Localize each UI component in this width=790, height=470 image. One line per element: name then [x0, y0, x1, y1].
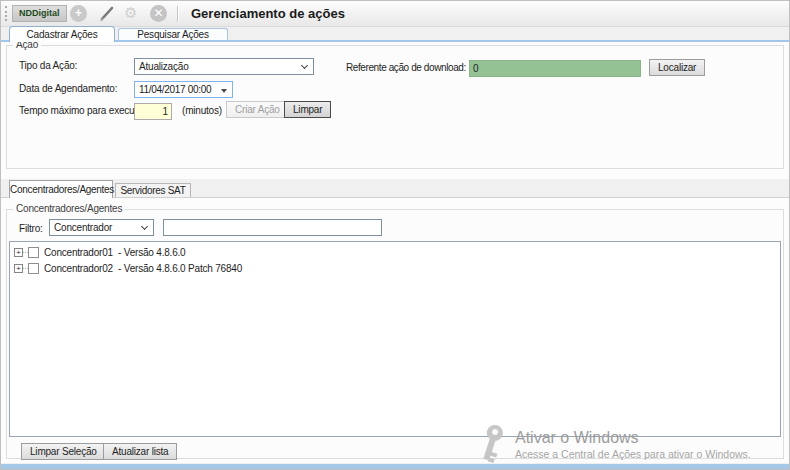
page-title: Gerenciamento de ações	[191, 6, 345, 21]
tree-item-checkbox[interactable]	[28, 247, 39, 258]
referente-field[interactable]	[469, 60, 641, 77]
brand-logo: NDDigital	[12, 5, 67, 22]
expand-icon[interactable]: +	[14, 264, 23, 273]
limpar-selecao-button[interactable]: Limpar Seleção	[21, 443, 106, 460]
concentradores-group-title: Concentradores/Agentes	[13, 203, 125, 214]
pencil-icon[interactable]	[98, 5, 116, 23]
watermark-title: Ativar o Windows	[515, 429, 639, 447]
data-agendamento-value: 11/04/2017 00:00	[139, 84, 211, 95]
tree-item-label[interactable]: Concentrador01 - Versão 4.8.6.0	[44, 247, 185, 258]
tab-servidores-sat[interactable]: Servidores SAT	[115, 183, 191, 197]
chevron-down-icon	[301, 62, 308, 69]
tipo-acao-select[interactable]: Atualização	[134, 58, 314, 75]
data-agendamento-label: Data de Agendamento:	[19, 83, 117, 94]
toolbar-grip[interactable]	[5, 6, 7, 21]
filtro-label: Filtro:	[19, 223, 43, 234]
tree-item-label[interactable]: Concentrador02 - Versão 4.8.6.0 Patch 76…	[44, 263, 242, 274]
tab-pesquisar-acoes[interactable]: Pesquisar Ações	[118, 28, 228, 40]
tree-item-checkbox[interactable]	[28, 263, 39, 274]
tipo-acao-value: Atualização	[139, 61, 189, 72]
tempo-maximo-label: Tempo máximo para execução:	[19, 105, 153, 116]
referente-label: Referente ação de download:	[346, 62, 466, 73]
limpar-button[interactable]: Limpar	[284, 101, 331, 118]
app-window: NDDigital + ⚙ ✕ Gerenciamento de ações C…	[0, 0, 790, 470]
toolbar: NDDigital + ⚙ ✕ Gerenciamento de ações	[1, 1, 789, 27]
agents-tree[interactable]: + Concentrador01 - Versão 4.8.6.0 + Conc…	[9, 241, 781, 437]
expand-icon[interactable]: +	[14, 248, 23, 257]
key-icon	[477, 424, 509, 466]
add-icon[interactable]: +	[70, 5, 87, 22]
data-agendamento-picker[interactable]: 11/04/2017 00:00	[134, 81, 233, 98]
chevron-down-icon	[141, 223, 148, 230]
dropdown-arrow-icon	[221, 89, 227, 93]
criar-acao-button[interactable]: Criar Ação	[226, 101, 289, 118]
tabstrip-underline	[1, 40, 789, 42]
filtro-text-input[interactable]	[163, 219, 382, 236]
toolbar-separator	[177, 6, 178, 22]
localizar-button[interactable]: Localizar	[649, 59, 705, 76]
tab-concentradores-agentes[interactable]: Concentradores/Agentes	[9, 180, 113, 198]
close-icon[interactable]: ✕	[150, 5, 167, 22]
window-bottom-edge	[1, 464, 789, 469]
tipo-acao-label: Tipo da Ação:	[19, 60, 77, 71]
minutos-unit-label: (minutos)	[182, 105, 222, 116]
filtro-select[interactable]: Concentrador	[49, 219, 154, 236]
filtro-value: Concentrador	[54, 222, 112, 233]
tab-cadastrar-acoes[interactable]: Cadastrar Ações	[9, 26, 115, 42]
tempo-maximo-input[interactable]	[134, 103, 172, 120]
watermark-subtitle: Acesse a Central de Ações para ativar o …	[515, 448, 751, 460]
tree-row[interactable]: + Concentrador02 - Versão 4.8.6.0 Patch …	[14, 261, 242, 275]
gear-icon[interactable]: ⚙	[124, 4, 137, 22]
tree-row[interactable]: + Concentrador01 - Versão 4.8.6.0	[14, 245, 185, 259]
atualizar-lista-button[interactable]: Atualizar lista	[103, 443, 177, 460]
